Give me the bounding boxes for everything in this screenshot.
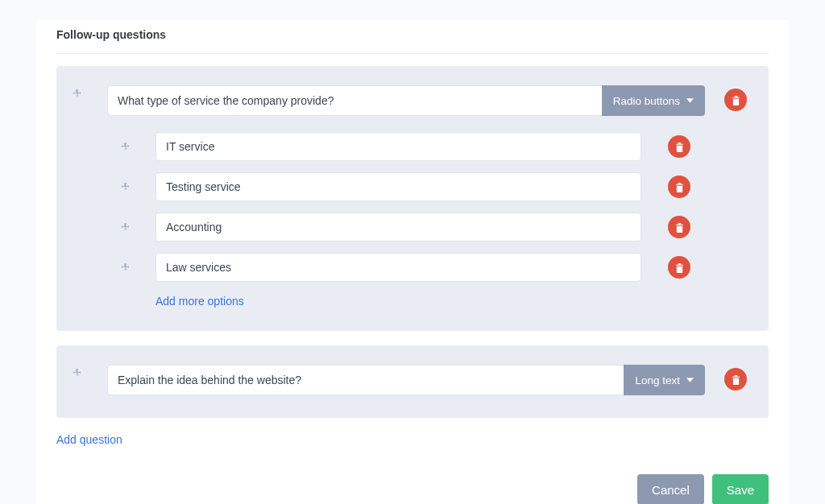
trash-icon <box>675 262 684 273</box>
delete-option-button[interactable] <box>668 135 690 158</box>
section-title: Follow-up questions <box>56 20 769 53</box>
move-icon[interactable] <box>71 89 84 98</box>
delete-option-button[interactable] <box>668 216 690 238</box>
question-type-dropdown[interactable]: Long text <box>624 365 705 395</box>
option-row <box>107 253 705 282</box>
move-icon[interactable] <box>119 222 132 232</box>
question-card: Radio buttons <box>56 66 769 331</box>
trash-icon <box>732 374 740 385</box>
chevron-down-icon <box>686 98 694 103</box>
question-type-label: Radio buttons <box>613 95 680 107</box>
move-icon[interactable] <box>119 262 132 272</box>
form-actions: Cancel Save <box>56 474 769 504</box>
question-card: Long text <box>56 345 769 418</box>
option-text-input[interactable] <box>155 172 641 201</box>
chevron-down-icon <box>686 378 694 382</box>
question-type-label: Long text <box>635 374 680 386</box>
followup-questions-panel: Follow-up questions Radio buttons <box>36 20 789 504</box>
trash-icon <box>675 222 684 233</box>
option-text-input[interactable] <box>155 132 641 161</box>
option-row <box>107 172 705 201</box>
save-button[interactable]: Save <box>712 474 769 504</box>
option-row <box>107 213 705 242</box>
cancel-button[interactable]: Cancel <box>637 474 704 504</box>
move-icon[interactable] <box>71 368 84 378</box>
option-text-input[interactable] <box>155 213 641 242</box>
add-question-link[interactable]: Add question <box>56 433 122 446</box>
trash-icon <box>732 95 740 105</box>
question-type-dropdown[interactable]: Radio buttons <box>602 85 705 116</box>
question-text-input[interactable] <box>107 85 602 116</box>
add-more-options-link[interactable]: Add more options <box>155 295 244 308</box>
section-divider <box>56 53 769 54</box>
move-icon[interactable] <box>119 142 132 151</box>
option-text-input[interactable] <box>155 253 641 282</box>
trash-icon <box>675 142 684 152</box>
option-row <box>107 132 705 161</box>
delete-option-button[interactable] <box>668 256 690 279</box>
trash-icon <box>675 182 684 192</box>
delete-question-button[interactable] <box>724 368 747 390</box>
move-icon[interactable] <box>119 182 132 192</box>
delete-option-button[interactable] <box>668 176 690 198</box>
question-text-input[interactable] <box>107 365 624 395</box>
delete-question-button[interactable] <box>724 89 747 111</box>
